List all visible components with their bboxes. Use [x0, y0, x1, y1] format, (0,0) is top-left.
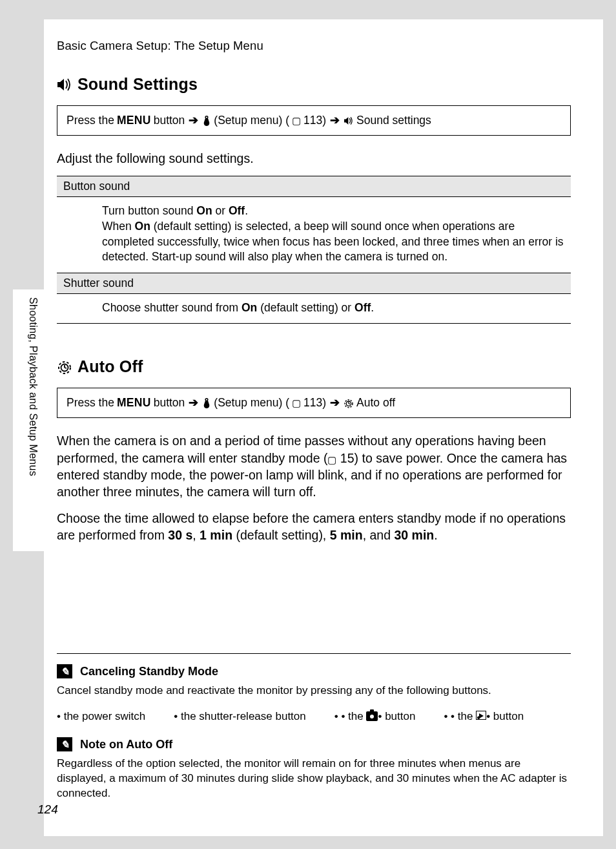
timer-icon [344, 398, 354, 408]
timer-icon [57, 359, 72, 375]
nav-text: (Setup menu) ( [214, 114, 289, 127]
table-body-shutter-sound: Choose shutter sound from On (default se… [57, 294, 571, 324]
arrow-icon: ➔ [189, 396, 198, 410]
arrow-icon: ➔ [189, 114, 198, 127]
nav-pageref: 113) [303, 396, 326, 410]
svg-line-3 [65, 368, 67, 368]
table-header-button-sound: Button sound [57, 176, 571, 197]
pencil-note-icon: ✎ [57, 737, 72, 751]
speaker-icon [57, 78, 72, 92]
sidebar-section-label: Shooting, Playback and Setup Menus [27, 297, 39, 476]
nav-path-sound: Press the MENU button ➔ (Setup menu) ( ▢… [57, 105, 571, 136]
page: Shooting, Playback and Setup Menus Basic… [13, 19, 603, 836]
autooff-para1: When the camera is on and a period of ti… [57, 432, 571, 500]
bullet-shutter-release: the shutter-release button [174, 710, 305, 723]
bullet-camera-button: the button [334, 710, 416, 723]
content-area: Basic Camera Setup: The Setup Menu Sound… [57, 39, 571, 813]
sound-intro: Adjust the following sound settings. [57, 150, 571, 167]
note-bullets: the power switch the shutter-release but… [57, 710, 571, 723]
speaker-icon [344, 116, 354, 125]
running-head: Basic Camera Setup: The Setup Menu [57, 39, 571, 53]
book-icon: ▢ [327, 454, 336, 465]
menu-button-label: MENU [117, 114, 151, 127]
arrow-icon: ➔ [330, 396, 340, 410]
nav-text: button [154, 114, 185, 127]
section-title-autooff-text: Auto Off [77, 357, 143, 376]
camera-icon [366, 711, 378, 721]
note-body-autooff: Regardless of the option selected, the m… [57, 757, 571, 801]
nav-text: Press the [67, 396, 114, 410]
nav-text: Sound settings [356, 114, 431, 127]
nav-text: button [154, 396, 185, 410]
nav-pageref: 113) [303, 114, 326, 127]
book-icon: ▢ [292, 397, 301, 409]
note-title-text: Canceling Standby Mode [80, 665, 218, 678]
notes-divider [57, 653, 571, 654]
note-title-canceling: ✎ Canceling Standby Mode [57, 664, 571, 678]
sound-table: Button sound Turn button sound On or Off… [57, 176, 571, 324]
pencil-note-icon: ✎ [57, 664, 72, 678]
book-icon: ▢ [292, 115, 301, 127]
section-title-autooff: Auto Off [57, 357, 571, 376]
wrench-icon [202, 398, 211, 408]
note-title-text: Note on Auto Off [80, 738, 172, 751]
nav-text: Auto off [356, 396, 395, 410]
note-body-canceling: Cancel standby mode and reactivate the m… [57, 684, 571, 698]
playback-icon [476, 711, 486, 720]
nav-text: Press the [67, 114, 114, 127]
nav-text: (Setup menu) ( [214, 396, 289, 410]
bullet-power-switch: the power switch [57, 710, 145, 723]
wrench-icon [202, 116, 211, 126]
menu-button-label: MENU [117, 396, 151, 410]
arrow-icon: ➔ [330, 114, 340, 127]
table-header-shutter-sound: Shutter sound [57, 273, 571, 294]
table-body-button-sound: Turn button sound On or Off. When On (de… [57, 197, 571, 273]
page-number: 124 [37, 802, 58, 817]
section-title-sound-text: Sound Settings [77, 75, 198, 94]
section-title-sound: Sound Settings [57, 75, 571, 94]
autooff-para2: Choose the time allowed to elapse before… [57, 510, 571, 544]
bullet-playback-button: the button [444, 710, 524, 723]
svg-line-7 [349, 404, 350, 404]
note-title-autooff: ✎ Note on Auto Off [57, 737, 571, 751]
nav-path-autooff: Press the MENU button ➔ (Setup menu) ( ▢… [57, 388, 571, 418]
